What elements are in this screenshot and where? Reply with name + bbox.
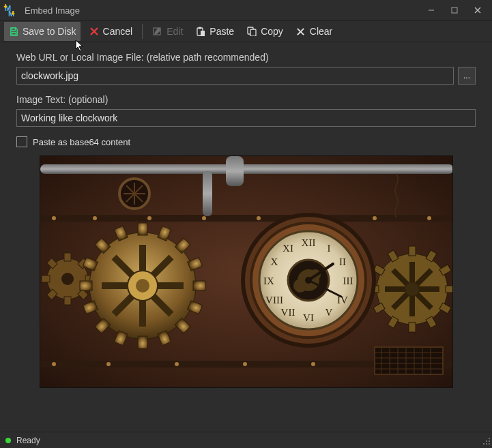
browse-button[interactable]: ... (458, 67, 476, 85)
svg-point-31 (175, 362, 179, 366)
svg-text:XII: XII (301, 237, 315, 248)
svg-point-103 (489, 438, 490, 439)
resize-grip-icon[interactable] (482, 437, 491, 447)
svg-point-61 (136, 279, 149, 293)
statusbar: Ready (0, 432, 492, 448)
status-indicator-icon (5, 438, 11, 443)
save-button[interactable]: Save to Disk (4, 22, 81, 41)
svg-rect-19 (40, 215, 453, 222)
svg-text:VI: VI (303, 312, 314, 323)
clear-button[interactable]: Clear (291, 22, 336, 41)
svg-point-90 (305, 277, 312, 284)
base64-label: Paste as base64 content (33, 137, 130, 147)
toolbar: Save to Disk Cancel Edit Paste Copy Clea… (0, 20, 492, 42)
svg-rect-37 (226, 156, 244, 186)
image-preview: XII I II III IV V VI VII VIII IX X XI (40, 155, 453, 388)
svg-rect-15 (250, 29, 256, 36)
svg-rect-3 (452, 8, 457, 13)
edit-label: Edit (167, 26, 183, 37)
copy-label: Copy (261, 26, 283, 37)
svg-text:XI: XI (283, 243, 293, 254)
svg-text:IX: IX (263, 275, 274, 286)
image-text-label: Image Text: (optional) (16, 94, 476, 105)
svg-point-53 (61, 273, 74, 285)
svg-point-105 (489, 440, 490, 442)
content-area: Web URL or Local Image File: (relative p… (0, 42, 492, 388)
svg-point-108 (489, 443, 490, 445)
svg-point-23 (147, 216, 151, 220)
svg-point-33 (311, 362, 315, 366)
paste-button[interactable]: Paste (191, 22, 238, 41)
svg-text:X: X (270, 256, 278, 267)
svg-text:V: V (325, 307, 332, 318)
svg-point-28 (427, 216, 431, 220)
svg-point-107 (486, 443, 487, 445)
save-icon (8, 26, 19, 37)
status-text: Ready (16, 436, 40, 445)
svg-rect-36 (40, 164, 453, 174)
image-text-input[interactable] (16, 109, 476, 127)
svg-rect-45 (64, 253, 71, 261)
close-button[interactable] (466, 0, 489, 20)
app-logo-icon: M M (3, 3, 18, 18)
svg-point-27 (373, 216, 377, 220)
svg-rect-12 (199, 27, 201, 29)
svg-point-68 (405, 282, 419, 296)
svg-point-104 (486, 440, 487, 442)
svg-rect-13 (201, 31, 205, 36)
svg-point-32 (243, 362, 247, 366)
clear-icon (295, 26, 306, 37)
svg-rect-63 (409, 246, 416, 256)
svg-point-25 (257, 216, 261, 220)
clear-label: Clear (310, 26, 332, 37)
cancel-icon (89, 26, 100, 37)
svg-point-30 (106, 362, 111, 366)
svg-point-29 (52, 362, 56, 366)
svg-point-21 (52, 216, 56, 220)
paste-label: Paste (209, 26, 234, 37)
svg-text:VII: VII (280, 307, 295, 318)
svg-text:II: II (339, 256, 346, 267)
window-controls (420, 0, 489, 20)
svg-point-22 (93, 216, 97, 220)
svg-rect-55 (138, 223, 147, 235)
svg-point-106 (483, 443, 484, 445)
svg-point-24 (202, 216, 206, 220)
save-label: Save to Disk (23, 26, 76, 37)
maximize-button[interactable] (443, 0, 466, 20)
copy-button[interactable]: Copy (242, 22, 287, 41)
minimize-button[interactable] (420, 0, 443, 20)
window-title: Embed Image (23, 5, 420, 16)
svg-text:I: I (327, 243, 330, 254)
titlebar: M M Embed Image (0, 0, 492, 20)
url-input[interactable] (16, 67, 454, 85)
url-label: Web URL or Local Image File: (relative p… (16, 52, 476, 63)
cancel-button[interactable]: Cancel (85, 22, 137, 41)
svg-rect-6 (12, 27, 15, 30)
edit-button[interactable]: Edit (148, 22, 187, 41)
edit-icon (152, 26, 163, 37)
toolbar-separator (142, 24, 143, 39)
paste-icon (195, 26, 206, 37)
base64-checkbox[interactable] (16, 136, 27, 147)
svg-rect-47 (42, 275, 50, 282)
svg-rect-91 (375, 347, 443, 374)
copy-icon (246, 26, 257, 37)
svg-point-74 (293, 279, 307, 293)
svg-rect-7 (12, 32, 16, 35)
svg-text:III: III (343, 275, 353, 286)
cancel-label: Cancel (103, 26, 133, 37)
browse-label: ... (463, 71, 470, 80)
svg-rect-46 (64, 297, 71, 305)
svg-rect-38 (203, 171, 212, 216)
svg-text:VIII: VIII (265, 295, 283, 305)
